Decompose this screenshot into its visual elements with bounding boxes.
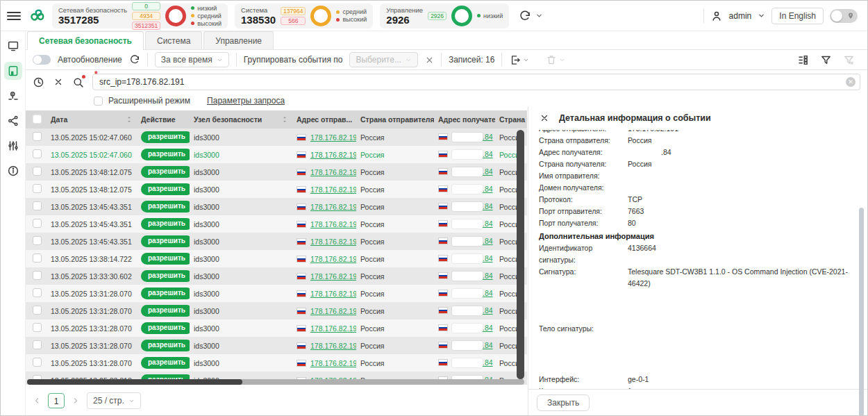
- select-all-checkbox[interactable]: [26, 110, 47, 128]
- query-params-link[interactable]: Параметры запроса: [207, 96, 285, 106]
- src-ip-link[interactable]: 178.176.82.191: [310, 359, 356, 367]
- clear-search-icon[interactable]: [53, 77, 63, 87]
- time-range-select[interactable]: За все время: [155, 52, 229, 67]
- src-ip-link[interactable]: 178.176.82.191: [310, 307, 356, 315]
- src-ip-link[interactable]: 178.176.82.191: [310, 151, 356, 159]
- dst-ip-link[interactable]: .84: [483, 254, 493, 263]
- row-checkbox[interactable]: [33, 236, 42, 245]
- refresh-icon[interactable]: [519, 10, 531, 22]
- horizontal-scrollbar-track[interactable]: [27, 379, 524, 385]
- src-ip-link[interactable]: 178.176.82.191: [310, 203, 356, 211]
- table-row[interactable]: 13.05.2025 13:48:12.075 разрешить ids300…: [26, 181, 527, 198]
- src-ip-link[interactable]: 178.176.82.191: [310, 133, 356, 142]
- export-button[interactable]: [509, 54, 529, 66]
- sidebar-item-info[interactable]: [4, 162, 22, 180]
- sidebar-item-topology[interactable]: [4, 112, 22, 130]
- table-row[interactable]: 13.05.2025 13:31:28.070 разрешить ids300…: [26, 285, 527, 302]
- table-row[interactable]: 13.05.2025 13:45:43.351 разрешить ids300…: [26, 215, 527, 233]
- input-clear-icon[interactable]: ✕: [846, 77, 856, 87]
- column-header-node[interactable]: Узел безопасности: [190, 110, 292, 128]
- tab-сетевая-безопасность[interactable]: Сетевая безопасность: [27, 31, 144, 50]
- autorefresh-toggle[interactable]: [33, 55, 51, 65]
- row-checkbox[interactable]: [33, 167, 42, 176]
- src-ip-link[interactable]: 178.176.82.191: [310, 238, 356, 246]
- tab-управление[interactable]: Управление: [203, 31, 274, 49]
- table-row[interactable]: 13.05.2025 15:02:47.060 разрешить ids300…: [26, 146, 527, 163]
- table-row[interactable]: 13.05.2025 13:45:43.351 разрешить ids300…: [26, 198, 527, 215]
- delete-button[interactable]: [546, 54, 565, 65]
- dst-ip-link[interactable]: .84: [483, 358, 493, 367]
- table-row[interactable]: 13.05.2025 13:45:43.351 разрешить ids300…: [26, 233, 527, 250]
- status-card[interactable]: Управление 2926 2926 низкий: [380, 3, 509, 28]
- chevron-down-icon[interactable]: [758, 12, 765, 19]
- column-header-src_country[interactable]: Страна отправителя: [356, 110, 434, 128]
- dst-ip-link[interactable]: .84: [483, 167, 493, 176]
- advanced-mode-checkbox[interactable]: [94, 97, 103, 106]
- dst-ip-link[interactable]: .84: [483, 133, 493, 141]
- theme-toggle[interactable]: [830, 9, 858, 23]
- row-checkbox[interactable]: [33, 271, 42, 280]
- src-ip-link[interactable]: 178.176.82.191: [310, 185, 356, 194]
- search-input[interactable]: [92, 74, 860, 90]
- src-ip-link[interactable]: 178.176.82.191: [310, 290, 356, 298]
- pagination-next[interactable]: [72, 397, 80, 405]
- table-row[interactable]: 13.05.2025 13:48:12.075 разрешить ids300…: [26, 163, 527, 181]
- panel-scrollbar[interactable]: [859, 208, 864, 416]
- horizontal-scrollbar-thumb[interactable]: [27, 379, 242, 385]
- table-row[interactable]: 13.05.2025 13:31:28.070 разрешить ids300…: [26, 302, 527, 319]
- row-checkbox[interactable]: [33, 201, 42, 210]
- column-header-date[interactable]: Дата: [47, 110, 137, 128]
- row-checkbox[interactable]: [33, 358, 42, 367]
- user-menu[interactable]: admin: [729, 11, 752, 21]
- refresh-icon[interactable]: [129, 54, 140, 65]
- src-ip-link[interactable]: 178.176.82.191: [310, 220, 356, 228]
- menu-icon[interactable]: [7, 10, 21, 22]
- chevron-down-icon[interactable]: [535, 12, 543, 19]
- dst-ip-link[interactable]: .84: [483, 341, 493, 349]
- dst-ip-link[interactable]: .84: [483, 185, 493, 193]
- filter-icon[interactable]: [820, 54, 832, 66]
- history-icon[interactable]: [33, 76, 44, 88]
- table-row[interactable]: 13.05.2025 13:33:30.602 разрешить ids300…: [26, 267, 527, 285]
- dst-ip-link[interactable]: .84: [483, 237, 493, 245]
- sidebar-item-events-journal[interactable]: [4, 62, 22, 80]
- sidebar-item-dashboard[interactable]: [4, 37, 22, 55]
- page-size-select[interactable]: 25 / стр.: [87, 392, 141, 409]
- sort-icon[interactable]: [281, 115, 288, 124]
- dst-ip-link[interactable]: .84: [483, 150, 493, 158]
- src-ip-link[interactable]: 178.176.82.191: [310, 272, 356, 281]
- close-button[interactable]: Закрыть: [537, 394, 590, 411]
- column-header-dst_country[interactable]: Страна п: [495, 110, 527, 128]
- dst-ip-link[interactable]: .84: [483, 324, 493, 332]
- search-icon[interactable]: [72, 76, 84, 88]
- src-ip-link[interactable]: 178.176.82.191: [310, 324, 356, 333]
- row-checkbox[interactable]: [33, 132, 42, 141]
- row-checkbox[interactable]: [33, 219, 42, 228]
- column-header-src_ip[interactable]: Адрес отправ...: [292, 110, 356, 128]
- language-button[interactable]: In English: [771, 8, 824, 24]
- dst-ip-link[interactable]: .84: [483, 202, 493, 210]
- clear-filter-icon[interactable]: [843, 54, 855, 66]
- column-header-action[interactable]: Действие: [137, 110, 190, 128]
- dst-ip-link[interactable]: .84: [483, 306, 493, 315]
- dashboard-refresh[interactable]: [519, 10, 543, 22]
- tab-система[interactable]: Система: [145, 31, 202, 49]
- pagination-prev[interactable]: [33, 397, 41, 405]
- sidebar-item-geo-map[interactable]: [4, 87, 22, 105]
- row-checkbox[interactable]: [33, 306, 42, 315]
- row-checkbox[interactable]: [33, 184, 42, 193]
- src-ip-link[interactable]: 178.176.82.191: [310, 168, 356, 176]
- row-checkbox[interactable]: [33, 253, 42, 263]
- src-ip-link[interactable]: 178.176.82.191: [310, 342, 356, 350]
- table-row[interactable]: 13.05.2025 13:31:28.070 разрешить ids300…: [26, 337, 527, 354]
- row-checkbox[interactable]: [33, 340, 42, 349]
- pagination-page-1[interactable]: 1: [48, 393, 65, 408]
- status-card[interactable]: Система 138530 137964566 среднийвысокий: [235, 3, 373, 28]
- table-row[interactable]: 13.05.2025 15:02:47.060 разрешить ids300…: [26, 128, 527, 146]
- dst-ip-link[interactable]: .84: [483, 272, 493, 280]
- sidebar-item-filters[interactable]: [4, 137, 22, 155]
- row-checkbox[interactable]: [33, 323, 42, 332]
- table-row[interactable]: 13.05.2025 13:31:28.070 разрешить ids300…: [26, 354, 527, 372]
- table-row[interactable]: 13.05.2025 13:31:28.070 разрешить ids300…: [26, 319, 527, 337]
- vertical-scrollbar[interactable]: [517, 130, 524, 379]
